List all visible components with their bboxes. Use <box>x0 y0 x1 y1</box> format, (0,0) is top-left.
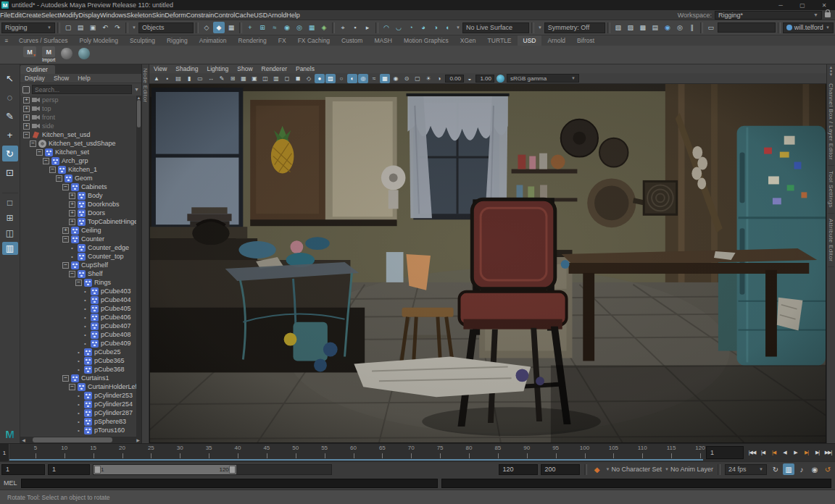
outliner-item-Ceiling[interactable]: +Ceiling <box>20 226 141 235</box>
collapse-icon[interactable]: − <box>23 132 30 138</box>
safe-action-icon[interactable]: ◻ <box>282 74 292 83</box>
outliner-item-CurtainHolderLeft[interactable]: −CurtainHolderLeft <box>20 382 141 391</box>
collapse-icon[interactable]: − <box>49 167 56 173</box>
scale-tool-icon[interactable]: ⊡ <box>2 164 18 180</box>
snap-projected-center-icon[interactable]: ◎ <box>294 22 305 33</box>
menu-skin[interactable]: Skin <box>152 12 165 19</box>
render-settings-icon[interactable]: ▤ <box>649 22 661 33</box>
panel-expand-icons[interactable]: ▲●▼ <box>829 64 834 78</box>
depth-of-field-icon[interactable]: ◉ <box>391 74 401 83</box>
outliner-menu-display[interactable]: Display <box>20 75 49 82</box>
shelf-tab-sculpting[interactable]: Sculpting <box>124 35 161 46</box>
collapse-icon[interactable]: − <box>43 158 49 164</box>
viewport-canvas[interactable] <box>149 84 826 443</box>
grease-pencil-icon[interactable]: ✎ <box>217 74 227 83</box>
shelf-tab-fx[interactable]: FX <box>273 35 292 46</box>
grid-icon[interactable]: ⊞ <box>228 74 238 83</box>
undo-icon[interactable]: ↶ <box>99 22 111 33</box>
screen-space-ao-icon[interactable]: ◎ <box>358 74 368 83</box>
shelf-tab-arnold[interactable]: Arnold <box>541 35 571 46</box>
node-editor-tab[interactable]: Node Editor <box>142 64 149 103</box>
outliner-item-top[interactable]: +top <box>20 104 141 113</box>
outliner-menu-help[interactable]: Help <box>73 75 94 82</box>
command-input[interactable] <box>21 479 438 488</box>
select-object-icon[interactable]: ◆ <box>213 22 225 33</box>
menu-windows[interactable]: Windows <box>100 12 127 19</box>
shelf-tab-bifrost[interactable]: Bifrost <box>571 35 600 46</box>
search-field[interactable] <box>718 22 776 33</box>
rotate-tool-icon[interactable]: ↻ <box>2 146 18 161</box>
outliner-item-Kitchen_set[interactable]: −Kitchen_set <box>20 148 141 156</box>
exposure-icon[interactable]: ◑ <box>434 74 444 83</box>
resolution-gate-icon[interactable]: ▣ <box>249 74 259 83</box>
shelf-tab-turtle[interactable]: TURTLE <box>482 35 518 46</box>
go-to-start-button[interactable]: |◀◀ <box>747 446 757 460</box>
outliner-item-Curtains1[interactable]: −Curtains1 <box>20 374 141 382</box>
go-to-end-button[interactable]: ▶▶| <box>823 446 834 460</box>
lock-selection-icon[interactable]: ▪ <box>349 22 361 33</box>
menu-deform[interactable]: Deform <box>165 12 186 19</box>
step-forward-key-button[interactable]: ▶| <box>812 446 823 460</box>
anti-aliasing-icon[interactable]: ▦ <box>380 74 390 83</box>
outliner-item-pSphere83[interactable]: •pSphere83 <box>20 417 141 426</box>
viewport-menu-panels[interactable]: Panels <box>291 65 319 72</box>
outliner-item-pCylinder254[interactable]: •pCylinder254 <box>20 400 141 408</box>
outliner-search-input[interactable] <box>32 85 132 94</box>
move-tool-icon[interactable]: + <box>2 127 18 143</box>
2d-pan-zoom-icon[interactable]: ↔ <box>206 74 216 83</box>
scroll-right-icon[interactable]: ▶ <box>135 437 141 442</box>
xray-icon[interactable]: ▢ <box>412 74 423 83</box>
chevron-down-icon[interactable]: ▼ <box>536 25 544 30</box>
cached-playback-icon[interactable]: ↺ <box>822 463 834 475</box>
collapse-icon[interactable]: − <box>62 375 69 382</box>
menu-constrain[interactable]: Constrain <box>186 12 215 19</box>
playback-start-field[interactable]: 1 <box>48 464 90 475</box>
right-tab-channel-box-layer-editor[interactable]: Channel Box / Layer Editor <box>828 78 834 166</box>
shelf-tab-motion-graphics[interactable]: Motion Graphics <box>398 35 454 46</box>
ipr-render-icon[interactable]: ▩ <box>637 22 649 33</box>
outliner-item-front[interactable]: +front <box>20 113 141 122</box>
shelf-tab-xgen[interactable]: XGen <box>454 35 482 46</box>
outliner-item-Doors[interactable]: +Doors <box>20 209 141 217</box>
step-back-frame-button[interactable]: |◀ <box>768 446 779 460</box>
collapse-icon[interactable]: − <box>69 384 75 390</box>
outliner-item-Kitchen_set_usdShape[interactable]: −Kitchen_set_usdShape <box>20 139 141 148</box>
outliner-item-pCube406[interactable]: •pCube406 <box>20 313 141 322</box>
command-language-toggle[interactable]: MEL <box>4 479 17 487</box>
view-transform-dropdown[interactable]: sRGB gamma▼ <box>507 74 579 83</box>
user-account-dropdown[interactable]: will.telford ▼ <box>783 22 834 33</box>
shelf-tab-curves-surfaces[interactable]: Curves / Surfaces <box>13 35 74 46</box>
menu-arnold[interactable]: Arnold <box>267 12 286 19</box>
workspace-dropdown[interactable]: Rigging*▼ <box>715 11 822 20</box>
outliner-item-pCube408[interactable]: •pCube408 <box>20 330 141 339</box>
menu-skeleton[interactable]: Skeleton <box>127 12 152 19</box>
viewport-menu-view[interactable]: View <box>149 65 171 72</box>
outliner-item-persp[interactable]: +persp <box>20 96 141 104</box>
color-management-icon[interactable] <box>497 75 504 83</box>
range-slider-track[interactable]: 1 120 <box>93 464 332 475</box>
menu-modify[interactable]: Modify <box>59 12 79 19</box>
menu-help[interactable]: Help <box>286 12 300 19</box>
render-view-icon[interactable]: ▧ <box>612 22 624 33</box>
snap-to-curves-icon[interactable]: ◡ <box>393 22 404 33</box>
outliner-persp-layout-icon[interactable]: ▥ <box>2 242 18 255</box>
viewport-menu-lighting[interactable]: Lighting <box>202 65 233 72</box>
snap-point-icon[interactable]: ◉ <box>281 22 293 33</box>
outliner-item-Kitchen_set_usd[interactable]: −Kitchen_set_usd <box>20 130 141 139</box>
right-tab-attribute-editor[interactable]: Attribute Editor <box>828 214 834 267</box>
smooth-shade-icon[interactable]: ● <box>315 74 325 83</box>
shelf-tab-mash[interactable]: MASH <box>368 35 398 46</box>
shelf-tab-rendering[interactable]: Rendering <box>233 35 273 46</box>
play-forwards-button[interactable]: ▶ <box>790 446 801 460</box>
minimize-button[interactable]: ─ <box>770 0 792 10</box>
four-pane-layout-icon[interactable]: ⊞ <box>2 211 18 224</box>
viewport-menu-shading[interactable]: Shading <box>171 65 202 72</box>
symmetry-dropdown[interactable]: Symmetry: Off <box>544 22 605 33</box>
animation-start-field[interactable]: 1 <box>1 464 45 475</box>
shelf-tab-poly-modeling[interactable]: Poly Modeling <box>74 35 124 46</box>
menu-create[interactable]: Create <box>22 12 41 19</box>
collapse-icon[interactable]: − <box>30 140 36 147</box>
anim-layer-dropdown[interactable]: ▼No Anim Layer <box>665 466 713 473</box>
lasso-select-tool-icon[interactable]: ◌ <box>2 89 18 105</box>
image-plane-icon[interactable]: ▭ <box>195 74 205 83</box>
